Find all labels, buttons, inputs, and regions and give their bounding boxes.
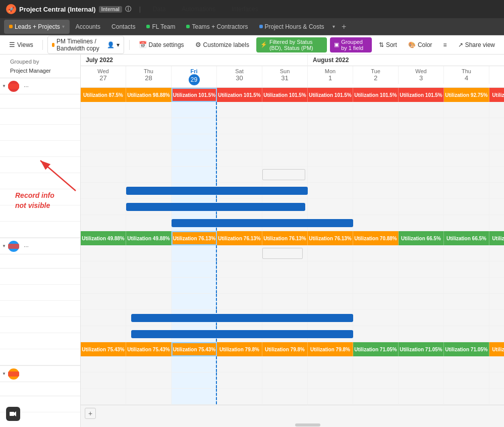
g2-row2 — [81, 261, 504, 278]
day-thu28: Thu 28 — [126, 66, 172, 87]
util-g3-0: Utilization 75.43% — [81, 342, 126, 356]
util-g1-5: Utilization 101.5% — [308, 88, 353, 102]
group2-header-left[interactable]: ▼ ··· — [0, 238, 80, 254]
g1-row3 — [81, 134, 504, 150]
g1-row2 — [81, 118, 504, 134]
july-section: July 2022 Wed 27 Thu 28 Fri 29 — [81, 55, 308, 87]
customize-labels-label: Customize labels — [203, 41, 249, 48]
util-g3-9: Utilization — [489, 342, 504, 356]
view-dot — [52, 43, 54, 47]
tab-fl-team[interactable]: FL Team — [141, 20, 180, 34]
august-section: August 2022 Mon 1 Tue 2 Wed 3 — [308, 55, 504, 87]
nav-data-btn[interactable]: Data — [149, 4, 170, 15]
left-row2-3 — [0, 301, 80, 317]
video-chat-btn[interactable] — [6, 407, 20, 421]
view-dropdown: ▾ — [117, 41, 120, 48]
util-g2-4: Utilization 76.13% — [262, 231, 308, 245]
g2-row3 — [81, 278, 504, 294]
group2-more[interactable]: ··· — [21, 241, 31, 251]
views-btn[interactable]: ☰ Views — [5, 39, 37, 50]
filter-badge[interactable]: ⚡ Filtered by Status (BD), Status (PM) — [256, 37, 327, 52]
customize-labels-btn[interactable]: ⚙ Customize labels — [191, 39, 253, 50]
left-row1-7 — [0, 205, 80, 222]
view-name-btn[interactable]: PM Timelines / Bandwidth copy 👤 ▾ — [47, 36, 124, 54]
tab-accounts[interactable]: Accounts — [71, 20, 105, 34]
g1-r1-c0 — [81, 102, 126, 118]
sort-btn[interactable]: ⇅ Sort — [375, 39, 401, 50]
views-label: Views — [17, 41, 33, 48]
tab-leads-label: Leads + Projects — [15, 23, 60, 30]
tab-dot-orange — [9, 25, 13, 28]
app-logo[interactable]: 🚀 Project Central (Internal) Internal ⓘ — [6, 4, 131, 14]
tab-teams-contractors[interactable]: Teams + Contractors — [181, 20, 253, 34]
util-g2-5: Utilization 76.13% — [308, 231, 353, 245]
left-row1-1 — [0, 109, 80, 125]
util-g1-8: Utilization 92.75% — [444, 88, 489, 102]
color-btn[interactable]: 🎨 Color — [404, 39, 436, 50]
nav-sep: | — [139, 6, 141, 13]
nav-data-label: Data — [153, 6, 165, 13]
tab-project-hours[interactable]: Project Hours & Costs — [254, 20, 329, 34]
group-badge[interactable]: ▣ Grouped by 1 field — [330, 37, 372, 52]
expand-icon3[interactable]: ▼ — [2, 371, 6, 376]
tab-dot-green — [146, 25, 150, 28]
group-icon: ▣ — [334, 41, 339, 48]
view-person-icon: 👤 — [107, 41, 115, 48]
grouped-by-value: Project Manager — [5, 67, 75, 78]
color-icon: 🎨 — [408, 41, 416, 48]
g1-r1-c2-today — [172, 102, 217, 118]
nav-automations-label: Automations — [182, 6, 215, 13]
left-row1-6 — [0, 189, 80, 205]
group1-util-row: Utilization 87.5% Utilization 98.88% Uti… — [81, 88, 504, 102]
more-tabs-icon[interactable]: ▾ — [332, 24, 335, 29]
scroll-indicator[interactable] — [295, 423, 320, 426]
left-row1-2 — [0, 125, 80, 141]
nav-automations-btn[interactable]: Automations — [178, 4, 219, 15]
share-icon: ↗ — [458, 41, 463, 48]
util-g1-1: Utilization 98.88% — [126, 88, 172, 102]
g1-row6 — [81, 183, 504, 199]
nav-interfaces-btn[interactable]: Interfaces — [228, 4, 262, 15]
avatar3 — [8, 368, 19, 380]
tab-contacts[interactable]: Contacts — [106, 20, 140, 34]
add-row-gantt: + — [81, 405, 504, 421]
redacted-name1 — [8, 84, 19, 89]
share-view-btn[interactable]: ↗ Share view — [454, 39, 499, 50]
g1-row8 — [81, 215, 504, 231]
g1-r1-c5 — [308, 102, 353, 118]
redacted-name3 — [8, 371, 19, 377]
group1-more[interactable]: ··· — [21, 81, 31, 91]
row-height-btn[interactable]: ≡ — [439, 39, 451, 50]
july-days: Wed 27 Thu 28 Fri 29 Sat — [81, 66, 308, 87]
add-tab-btn[interactable]: + — [338, 21, 350, 33]
tab-contacts-label: Contacts — [111, 23, 135, 30]
bar-g2-r6 — [131, 330, 353, 338]
info-icon[interactable]: ⓘ — [125, 5, 131, 14]
bar-g1-r7 — [126, 203, 305, 211]
expand-icon2[interactable]: ▼ — [2, 244, 6, 248]
g2-row4 — [81, 294, 504, 310]
calendar-icon: 📅 — [139, 41, 147, 48]
logo-icon: 🚀 — [6, 4, 16, 14]
scroll-bar-area — [81, 421, 504, 427]
add-btn-gantt[interactable]: + — [81, 405, 100, 421]
group-label: Grouped by 1 field — [341, 39, 368, 51]
util-g1-2: Utilization 101.5% — [172, 88, 217, 102]
left-row2-4 — [0, 317, 80, 333]
tab-leads-projects[interactable]: Leads + Projects ▾ — [4, 20, 70, 34]
gantt-scroll[interactable]: July 2022 Wed 27 Thu 28 Fri 29 — [81, 55, 504, 427]
toolbar-sep2 — [129, 40, 130, 50]
util-g2-9: Utilization — [489, 231, 504, 245]
add-icon-gantt[interactable]: + — [85, 408, 96, 419]
day-sun31: Sun 31 — [262, 66, 308, 87]
group3-header-left[interactable]: ▼ — [0, 366, 80, 382]
redacted-name2 — [8, 244, 19, 249]
expand-icon1[interactable]: ▼ — [2, 84, 6, 88]
util-row2-left — [0, 254, 80, 269]
left-row2-1 — [0, 269, 80, 285]
util-g3-3: Utilization 79.8% — [217, 342, 262, 356]
util-g2-7: Utilization 66.5% — [399, 231, 444, 245]
video-icon-svg — [10, 411, 17, 416]
date-settings-btn[interactable]: 📅 Date settings — [135, 39, 188, 50]
group1-header-left[interactable]: ▼ ··· — [0, 78, 80, 94]
